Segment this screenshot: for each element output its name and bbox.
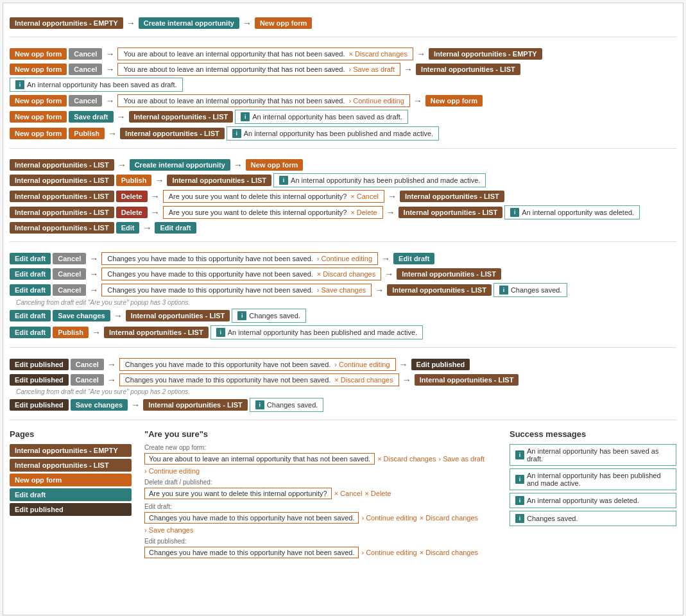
- info-box: iAn internal opportunity has been publis…: [273, 173, 486, 187]
- are-you-sure-link[interactable]: × Discard changes: [420, 514, 478, 522]
- page-item[interactable]: New opp form: [10, 474, 132, 486]
- note-text: Canceling from draft edit "Are you sure"…: [16, 388, 190, 395]
- arrow-icon: →: [107, 359, 116, 370]
- arrow-icon: →: [114, 311, 123, 321]
- dialog-box: Are you sure you want to delete this int…: [163, 206, 383, 219]
- dialog-box: You are about to leave an internal oppor…: [117, 63, 400, 76]
- info-box: iAn internal opportunity has been saved …: [10, 78, 183, 92]
- info-text: An internal opportunity has been publish…: [244, 130, 433, 137]
- dialog-link-continue-editing[interactable]: › Continue editing: [334, 361, 390, 368]
- btn-save-changes[interactable]: Save changes: [71, 399, 128, 411]
- dialog-link-discard-changes[interactable]: × Discard changes: [334, 376, 393, 384]
- btn-cancel[interactable]: Cancel: [53, 268, 86, 280]
- are-you-sure-link[interactable]: × Cancel: [334, 490, 363, 497]
- arrow-icon: →: [89, 285, 98, 295]
- are-you-sure-column: "Are you sure"sCreate new opp form:You a…: [144, 429, 497, 560]
- dialog-box: Changes you have made to this opportunit…: [119, 373, 399, 386]
- dialog-link-continue-editing[interactable]: › Continue editing: [317, 255, 372, 262]
- are-you-sure-group-label: Delete draft / published:: [144, 479, 497, 486]
- arrow-icon: →: [151, 207, 160, 218]
- dialog-text: You are about to leave an internal oppor…: [123, 97, 345, 105]
- state-new-opp-form: New opp form: [10, 95, 67, 107]
- dialog-link-continue-editing[interactable]: › Continue editing: [349, 97, 404, 105]
- btn-cancel[interactable]: Cancel: [53, 253, 86, 264]
- arrow-icon: →: [388, 191, 397, 201]
- dialog-text: You are about to leave an internal oppor…: [123, 65, 345, 73]
- success-info-icon: i: [515, 496, 524, 505]
- page-item[interactable]: Edit draft: [10, 488, 132, 501]
- section-section1: Internal opportunities - EMPTY→Create in…: [10, 10, 676, 37]
- are-you-sure-row: Are you sure you want to delete this int…: [144, 488, 497, 499]
- btn-delete[interactable]: Delete: [116, 191, 148, 202]
- info-icon: i: [237, 311, 246, 320]
- dialog-link-delete[interactable]: × Delete: [350, 209, 377, 216]
- state-internal-opportunities---list: Internal opportunities - LIST: [416, 64, 520, 75]
- success-info-icon: i: [515, 514, 524, 523]
- arrow-icon: →: [107, 375, 116, 385]
- state-edit-draft: Edit draft: [393, 253, 434, 264]
- state-internal-opportunities---list: Internal opportunities - LIST: [387, 284, 492, 296]
- btn-cancel[interactable]: Cancel: [69, 64, 102, 75]
- flow-row: Internal opportunities - LISTPublish→Int…: [10, 173, 676, 187]
- info-text: An internal opportunity has been publish…: [228, 329, 417, 336]
- section-section5: Edit publishedCancel→Changes you have ma…: [10, 350, 676, 420]
- flow-row: Edit draftCancel→Changes you have made t…: [10, 252, 676, 265]
- btn-publish[interactable]: Publish: [116, 175, 152, 186]
- btn-create-internal-opportunity[interactable]: Create internal opportunity: [130, 159, 230, 171]
- state-internal-opportunities---list: Internal opportunities - LIST: [10, 207, 114, 218]
- btn-cancel[interactable]: Cancel: [53, 284, 86, 296]
- dialog-link-discard-changes[interactable]: × Discard changes: [317, 270, 375, 278]
- info-text: An internal opportunity has been saved a…: [27, 81, 177, 89]
- state-internal-opportunities---list: Internal opportunities - LIST: [10, 222, 114, 234]
- info-icon: i: [15, 80, 24, 89]
- info-text: An internal opportunity has been saved a…: [252, 113, 402, 121]
- btn-publish[interactable]: Publish: [53, 327, 89, 338]
- arrow-icon: →: [384, 269, 393, 279]
- state-internal-opportunities---list: Internal opportunities - LIST: [399, 207, 503, 218]
- dialog-box: You are about to leave an internal oppor…: [117, 47, 413, 60]
- are-you-sure-link[interactable]: › Save as draft: [439, 455, 485, 463]
- are-you-sure-link[interactable]: › Continue editing: [361, 549, 416, 556]
- btn-edit[interactable]: Edit: [116, 222, 140, 234]
- dialog-link-discard-changes[interactable]: × Discard changes: [349, 50, 407, 58]
- arrow-icon: →: [234, 160, 243, 170]
- info-box: iChanges saved.: [493, 283, 568, 297]
- btn-cancel[interactable]: Cancel: [71, 359, 104, 370]
- page-item[interactable]: Internal opportunities - LIST: [10, 459, 132, 472]
- btn-publish[interactable]: Publish: [69, 128, 105, 139]
- state-new-opp-form: New opp form: [246, 159, 303, 171]
- state-edit-draft: Edit draft: [10, 268, 51, 280]
- dialog-link-save-as-draft[interactable]: › Save as draft: [349, 65, 395, 73]
- success-item: iAn internal opportunity was deleted.: [510, 493, 676, 508]
- are-you-sure-link[interactable]: × Discard changes: [377, 455, 436, 463]
- state-internal-opportunities---empty: Internal opportunities - EMPTY: [10, 17, 123, 29]
- are-you-sure-group-label: Create new opp form:: [144, 444, 497, 451]
- are-you-sure-row: Changes you have made to this opportunit…: [144, 547, 497, 558]
- page-item[interactable]: Edit published: [10, 503, 132, 516]
- btn-create-internal-opportunity[interactable]: Create internal opportunity: [139, 17, 239, 29]
- btn-cancel[interactable]: Cancel: [71, 374, 104, 386]
- are-you-sure-link[interactable]: › Save changes: [144, 526, 193, 534]
- flow-row: Edit publishedCancel→Changes you have ma…: [10, 358, 676, 371]
- are-you-sure-link[interactable]: › Continue editing: [144, 467, 200, 475]
- btn-cancel[interactable]: Cancel: [69, 48, 102, 60]
- are-you-sure-link[interactable]: × Discard changes: [420, 549, 478, 556]
- arrow-icon: →: [117, 160, 126, 170]
- btn-save-changes[interactable]: Save changes: [53, 310, 110, 321]
- arrow-icon: →: [105, 64, 114, 74]
- dialog-box: Changes you have made to this opportunit…: [101, 252, 378, 265]
- btn-save-draft[interactable]: Save draft: [69, 111, 113, 123]
- info-box: iAn internal opportunity was deleted.: [504, 205, 640, 219]
- dialog-link-cancel[interactable]: × Cancel: [350, 193, 379, 200]
- success-text: An internal opportunity was deleted.: [527, 497, 639, 504]
- page-item[interactable]: Internal opportunities - EMPTY: [10, 444, 132, 457]
- state-edit-draft: Edit draft: [10, 327, 51, 338]
- are-you-sure-link[interactable]: × Delete: [364, 490, 391, 497]
- btn-cancel[interactable]: Cancel: [69, 95, 102, 107]
- state-internal-opportunities---list: Internal opportunities - LIST: [10, 159, 114, 171]
- are-you-sure-link[interactable]: › Continue editing: [361, 514, 416, 522]
- dialog-link-save-changes[interactable]: › Save changes: [317, 286, 366, 294]
- success-text: Changes saved.: [527, 515, 578, 522]
- btn-delete[interactable]: Delete: [116, 207, 148, 218]
- arrow-icon: →: [413, 96, 422, 106]
